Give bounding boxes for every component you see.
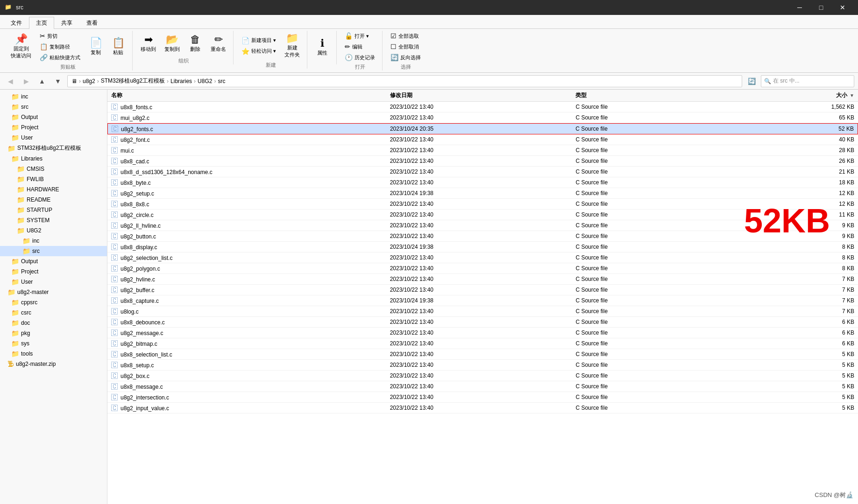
table-row[interactable]: 🇨u8g2_hvline.c 2023/10/22 13:40 C Source…: [107, 274, 858, 285]
open-button[interactable]: 🔓 打开 ▾: [341, 31, 378, 41]
invert-select-button[interactable]: 🔄 反向选择: [387, 52, 424, 63]
table-row[interactable]: 🇨mui.c 2023/10/22 13:40 C Source file 28…: [107, 145, 858, 156]
breadcrumb-stm32[interactable]: STM32移植u8g2工程模板: [101, 77, 165, 85]
paste-button[interactable]: 📋 粘贴: [108, 35, 128, 58]
table-row[interactable]: 🇨mui_u8g2.c 2023/10/22 13:40 C Source fi…: [107, 112, 858, 123]
table-row[interactable]: 🇨u8x8_cad.c 2023/10/22 13:40 C Source fi…: [107, 156, 858, 167]
sidebar-item[interactable]: 📁Project: [0, 266, 107, 277]
breadcrumb-src[interactable]: src: [218, 78, 225, 84]
minimize-button[interactable]: ─: [789, 0, 810, 15]
back-button[interactable]: ◀: [4, 75, 17, 88]
table-row[interactable]: 🇨u8x8_d_ssd1306_128x64_noname.c 2023/10/…: [107, 167, 858, 177]
table-row[interactable]: 🇨u8x8_capture.c 2023/10/24 19:38 C Sourc…: [107, 295, 858, 306]
table-row[interactable]: 🇨u8x8_message.c 2023/10/22 13:40 C Sourc…: [107, 381, 858, 392]
tab-view[interactable]: 查看: [79, 17, 105, 29]
sidebar-item[interactable]: 📁User: [0, 133, 107, 143]
table-row[interactable]: 🇨u8g2_polygon.c 2023/10/22 13:40 C Sourc…: [107, 263, 858, 274]
delete-button[interactable]: 🗑 删除: [185, 32, 206, 55]
sidebar-item[interactable]: 📁U8G2: [0, 225, 107, 236]
select-none-button[interactable]: ☐ 全部取消: [387, 42, 424, 52]
history-button[interactable]: 🕐 历史记录: [341, 52, 378, 63]
sidebar-item[interactable]: 📁cppsrc: [0, 297, 107, 308]
header-date[interactable]: 修改日期: [390, 91, 576, 99]
sidebar-item[interactable]: 📁SYSTEM: [0, 215, 107, 225]
select-all-button[interactable]: ☑ 全部选取: [387, 31, 424, 41]
maximize-button[interactable]: □: [810, 0, 832, 15]
sidebar-item[interactable]: 📁CMSIS: [0, 164, 107, 174]
breadcrumb-libraries[interactable]: Libraries: [170, 78, 192, 84]
sidebar-item[interactable]: 📁src: [0, 246, 107, 256]
sidebar-item[interactable]: 📁src: [0, 102, 107, 112]
table-row[interactable]: 🇨u8x8_selection_list.c 2023/10/22 13:40 …: [107, 349, 858, 360]
clipboard-col: ✂ 剪切 📋 复制路径 🔗 粘贴快捷方式: [36, 31, 84, 63]
search-bar[interactable]: 🔍 在 src 中...: [761, 75, 854, 87]
table-row[interactable]: 🇨u8g2_bitmap.c 2023/10/22 13:40 C Source…: [107, 338, 858, 349]
tab-home[interactable]: 主页: [29, 17, 54, 29]
sidebar-item[interactable]: 📁sys: [0, 338, 107, 349]
properties-button[interactable]: ℹ 属性: [312, 36, 333, 59]
header-type[interactable]: 类型: [575, 91, 761, 99]
sidebar-item[interactable]: 📁Output: [0, 112, 107, 122]
forward-button[interactable]: ▶: [20, 75, 33, 88]
pin-quick-access-button[interactable]: 📌 固定到快速访问: [7, 32, 35, 62]
table-row[interactable]: 🇨u8g2_message.c 2023/10/22 13:40 C Sourc…: [107, 328, 858, 338]
new-folder-button[interactable]: 📁 新建文件夹: [281, 31, 303, 61]
paste-shortcut-button[interactable]: 🔗 粘贴快捷方式: [36, 52, 84, 63]
table-row[interactable]: 🇨u8g2_input_value.c 2023/10/22 13:40 C S…: [107, 403, 858, 413]
sidebar-item[interactable]: 📁inc: [0, 236, 107, 246]
copy-button[interactable]: 📄 复制: [85, 35, 106, 58]
table-row[interactable]: 🇨u8g2_circle.c 2023/10/22 13:40 C Source…: [107, 210, 858, 220]
sidebar-item[interactable]: 📁tools: [0, 349, 107, 359]
sidebar-item[interactable]: 🗜u8g2-master.zip: [0, 359, 107, 369]
sidebar-item[interactable]: 📁pkg: [0, 328, 107, 338]
sidebar-item[interactable]: 📁u8g2-master: [0, 287, 107, 297]
table-row[interactable]: 🇨u8x8_8x8.c 2023/10/22 13:40 C Source fi…: [107, 199, 858, 210]
recent-button[interactable]: ▼: [51, 75, 64, 88]
header-name[interactable]: 名称: [111, 91, 390, 99]
sidebar-item[interactable]: 📁STM32移植u8g2工程模板: [0, 143, 107, 154]
table-row[interactable]: 🇨u8g2_intersection.c 2023/10/22 13:40 C …: [107, 392, 858, 403]
sidebar-item[interactable]: 📁Output: [0, 256, 107, 266]
sidebar-item[interactable]: 📁Libraries: [0, 154, 107, 164]
sidebar-item[interactable]: 📁csrc: [0, 308, 107, 318]
sidebar-item[interactable]: 📁User: [0, 277, 107, 287]
file-date: 2023/10/22 13:40: [390, 329, 576, 336]
copy-to-button[interactable]: 📂 复制到: [161, 32, 183, 55]
table-row[interactable]: 🇨u8g2_fonts.c 2023/10/24 20:35 C Source …: [107, 123, 858, 134]
table-row[interactable]: 🇨u8log.c 2023/10/22 13:40 C Source file …: [107, 306, 858, 317]
sidebar-item[interactable]: 📁inc: [0, 91, 107, 102]
header-size[interactable]: 大小 ▼: [761, 91, 854, 99]
table-row[interactable]: 🇨u8x8_fonts.c 2023/10/22 13:40 C Source …: [107, 102, 858, 112]
table-row[interactable]: 🇨u8g2_setup.c 2023/10/24 19:38 C Source …: [107, 188, 858, 199]
breadcrumb-u8g2[interactable]: u8g2: [83, 78, 95, 84]
copy-path-button[interactable]: 📋 复制路径: [36, 42, 84, 52]
table-row[interactable]: 🇨u8x8_byte.c 2023/10/22 13:40 C Source f…: [107, 177, 858, 188]
up-button[interactable]: ▲: [35, 75, 49, 88]
breadcrumb-u8g2-lib[interactable]: U8G2: [198, 78, 212, 84]
table-row[interactable]: 🇨u8g2_selection_list.c 2023/10/22 13:40 …: [107, 252, 858, 263]
sidebar-item[interactable]: 📁STARTUP: [0, 205, 107, 215]
table-row[interactable]: 🇨u8g2_buffer.c 2023/10/22 13:40 C Source…: [107, 285, 858, 295]
sidebar-item[interactable]: 📁FWLIB: [0, 174, 107, 184]
table-row[interactable]: 🇨u8x8_display.c 2023/10/24 19:38 C Sourc…: [107, 242, 858, 252]
cut-button[interactable]: ✂ 剪切: [36, 31, 84, 41]
table-row[interactable]: 🇨u8g2_ll_hvline.c 2023/10/22 13:40 C Sou…: [107, 220, 858, 231]
move-to-button[interactable]: ➡ 移动到: [137, 32, 159, 55]
table-row[interactable]: 🇨u8x8_setup.c 2023/10/22 13:40 C Source …: [107, 360, 858, 371]
table-row[interactable]: 🇨u8x8_debounce.c 2023/10/22 13:40 C Sour…: [107, 317, 858, 328]
sidebar-item[interactable]: 📁HARDWARE: [0, 184, 107, 195]
table-row[interactable]: 🇨u8g2_font.c 2023/10/22 13:40 C Source f…: [107, 134, 858, 145]
rename-button[interactable]: ✏ 重命名: [207, 32, 229, 55]
edit-button[interactable]: ✏ 编辑: [341, 42, 378, 52]
table-row[interactable]: 🇨u8g2_box.c 2023/10/22 13:40 C Source fi…: [107, 371, 858, 381]
sidebar-item[interactable]: 📁README: [0, 195, 107, 205]
sidebar-item[interactable]: 📁Project: [0, 122, 107, 133]
tab-file[interactable]: 文件: [4, 17, 29, 29]
close-button[interactable]: ✕: [832, 0, 853, 15]
table-row[interactable]: 🇨u8g2_button.c 2023/10/22 13:40 C Source…: [107, 231, 858, 242]
sidebar-item[interactable]: 📁doc: [0, 318, 107, 328]
tab-share[interactable]: 共享: [54, 17, 79, 29]
easy-access-button[interactable]: ⭐ 轻松访问 ▾: [238, 46, 279, 56]
new-item-button[interactable]: 📄 新建项目 ▾: [238, 35, 279, 46]
refresh-button[interactable]: 🔄: [745, 75, 758, 88]
